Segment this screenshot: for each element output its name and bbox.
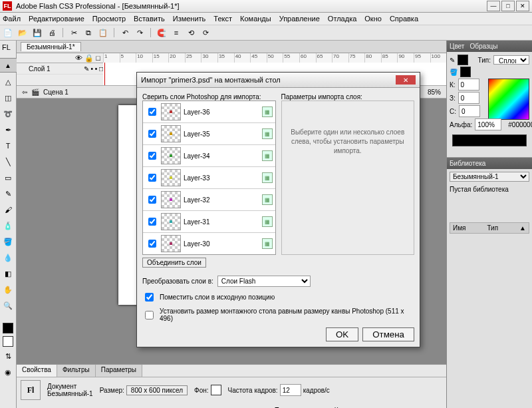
scene-name[interactable]: Сцена 1	[43, 89, 68, 96]
pen-tool[interactable]: ✒	[1, 123, 15, 136]
ok-button[interactable]: OK	[326, 327, 358, 341]
fill-type-select[interactable]: Сплошной	[493, 55, 529, 65]
snap-icon[interactable]: 🧲	[156, 27, 167, 38]
cancel-button[interactable]: Отмена	[362, 327, 414, 341]
copy-icon[interactable]: ⧉	[83, 27, 94, 38]
lib-col-name[interactable]: Имя	[453, 224, 466, 232]
psd-layer-row[interactable]: Layer-31▦	[143, 211, 275, 233]
fill-swatch[interactable]	[460, 67, 471, 77]
psd-layer-row[interactable]: Layer-33▦	[143, 167, 275, 189]
minimize-button[interactable]: —	[487, 1, 500, 11]
layer-checkbox[interactable]	[148, 152, 156, 160]
layer-checkbox[interactable]	[148, 130, 156, 138]
snap-option-icon[interactable]: ◉	[1, 365, 15, 379]
paste-icon[interactable]: 📋	[98, 27, 108, 38]
size-button[interactable]: 800 x 600 пиксел	[126, 385, 188, 395]
menu-edit[interactable]: Редактирование	[29, 15, 84, 23]
menu-commands[interactable]: Команды	[240, 15, 271, 23]
eraser-tool[interactable]: ◧	[1, 267, 15, 280]
swap-colors-icon[interactable]: ⇅	[1, 349, 15, 363]
hand-tool[interactable]: ✋	[1, 283, 15, 296]
eye-icon[interactable]: 👁	[75, 54, 82, 62]
tab-filters[interactable]: Фильтры	[57, 365, 96, 377]
b-input[interactable]	[459, 105, 480, 117]
maximize-button[interactable]: □	[501, 1, 515, 11]
bitmap-icon[interactable]: ▦	[262, 172, 273, 183]
rotate-left-icon[interactable]: ⟲	[186, 27, 196, 38]
pencil-tool[interactable]: ✎	[1, 187, 15, 200]
new-icon[interactable]: 📄	[3, 27, 13, 38]
bitmap-icon[interactable]: ▦	[262, 128, 273, 139]
zoom-value[interactable]: 85%	[428, 89, 441, 96]
hex-value[interactable]: #000000	[508, 121, 532, 128]
dialog-titlebar[interactable]: Импорт "primer3.psd" на монтажный стол ✕	[137, 73, 420, 88]
place-original-checkbox[interactable]	[145, 293, 154, 302]
psd-layer-row[interactable]: Layer-36▦	[143, 101, 275, 123]
stroke-swatch[interactable]	[458, 55, 468, 65]
open-icon[interactable]: 📂	[17, 27, 28, 38]
menu-file[interactable]: Файл	[3, 15, 21, 23]
tab-params[interactable]: Параметры	[96, 365, 142, 377]
bitmap-icon[interactable]: ▦	[262, 216, 273, 227]
lib-col-type[interactable]: Тип	[487, 224, 498, 232]
subselection-tool[interactable]: △	[1, 75, 15, 89]
library-tab[interactable]: Библиотека	[450, 160, 485, 167]
align-icon[interactable]: ≡	[171, 27, 182, 38]
rotate-right-icon[interactable]: ⟳	[200, 27, 211, 38]
psd-layer-row[interactable]: Layer-35▦	[143, 123, 275, 145]
color-tab[interactable]: Цвет	[450, 43, 464, 50]
bitmap-icon[interactable]: ▦	[262, 106, 273, 117]
redo-icon[interactable]: ↷	[134, 27, 145, 38]
g-input[interactable]	[458, 92, 479, 104]
cut-icon[interactable]: ✂	[68, 27, 79, 38]
menu-window[interactable]: Окно	[364, 15, 382, 23]
free-transform-tool[interactable]: ◫	[1, 91, 15, 104]
menu-view[interactable]: Просмотр	[92, 15, 126, 23]
text-tool[interactable]: T	[1, 139, 15, 152]
save-icon[interactable]: 💾	[32, 27, 43, 38]
set-stage-size-checkbox[interactable]	[145, 311, 154, 319]
r-input[interactable]	[458, 79, 479, 91]
undo-icon[interactable]: ↶	[120, 27, 130, 38]
print-icon[interactable]: 🖨	[47, 27, 57, 38]
menu-text[interactable]: Текст	[213, 15, 232, 23]
psd-layer-row[interactable]: Layer-32▦	[143, 189, 275, 211]
psd-layer-row[interactable]: Layer-30▦	[143, 233, 275, 255]
back-icon[interactable]: ⇦	[22, 89, 27, 96]
menu-insert[interactable]: Вставить	[134, 15, 165, 23]
outline-icon[interactable]: □	[96, 54, 100, 62]
timeline-ruler[interactable]: 1510152025303540455055606570758085909510…	[103, 53, 446, 63]
bitmap-icon[interactable]: ▦	[262, 238, 273, 249]
convert-layers-select[interactable]: Слои Flash	[217, 276, 311, 287]
tab-properties[interactable]: Свойства	[17, 365, 57, 377]
paint-bucket-tool[interactable]: 🪣	[1, 235, 15, 248]
layer-checkbox[interactable]	[148, 218, 156, 226]
line-tool[interactable]: ╲	[1, 155, 15, 168]
playhead[interactable]	[104, 63, 105, 85]
bg-swatch[interactable]	[211, 385, 221, 395]
eyedropper-tool[interactable]: 💧	[1, 251, 15, 264]
lock-icon[interactable]: 🔒	[84, 54, 94, 63]
bitmap-icon[interactable]: ▦	[262, 194, 273, 205]
menu-control[interactable]: Управление	[279, 15, 320, 23]
menu-help[interactable]: Справка	[390, 15, 418, 23]
merge-layers-button[interactable]: Объединить слои	[142, 258, 206, 268]
menu-debug[interactable]: Отладка	[328, 15, 356, 23]
stroke-color[interactable]	[3, 323, 13, 333]
bitmap-icon[interactable]: ▦	[262, 150, 273, 161]
ink-bottle-tool[interactable]: 🧴	[1, 219, 15, 232]
psd-layer-row[interactable]: Layer-34▦	[143, 145, 275, 167]
fill-color[interactable]	[3, 336, 13, 347]
layer-row[interactable]: Слой 1 ✎ • • □	[17, 63, 103, 75]
layer-checkbox[interactable]	[148, 240, 156, 248]
alpha-input[interactable]	[475, 118, 501, 130]
swatches-tab[interactable]: Образцы	[469, 43, 497, 50]
close-button[interactable]: ✕	[516, 1, 529, 11]
dialog-close-button[interactable]: ✕	[396, 75, 416, 85]
color-picker[interactable]	[488, 79, 529, 120]
lasso-tool[interactable]: ➰	[1, 107, 15, 120]
color-bar[interactable]	[452, 134, 527, 146]
menu-modify[interactable]: Изменить	[173, 15, 206, 23]
library-doc-select[interactable]: Безымянный-1	[450, 172, 529, 182]
layer-checkbox[interactable]	[148, 174, 156, 182]
